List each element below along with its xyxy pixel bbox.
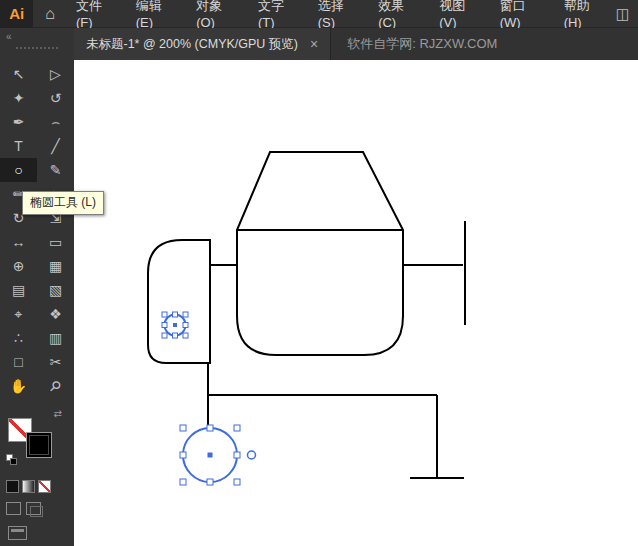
free-transform-tool[interactable]: ▭ [37,230,74,254]
fill-stroke-widget: ⇄ [6,408,68,474]
menu-file[interactable]: 文件(F) [67,0,127,28]
panel-grip-handle[interactable] [16,47,58,49]
type-tool[interactable]: T [0,134,37,158]
menu-view[interactable]: 视图(V) [430,0,490,28]
column-graph-tool[interactable]: ▥ [37,326,74,350]
pen-tool[interactable]: ✒ [0,110,37,134]
tools-panel: « ↖ ▷ ✦ ↺ ✒ ⌢ T ╱ ○ ✎ ✏ ∿ ↻ ⇲ ↔ ▭ ⊕ ▦ ▤ … [0,28,74,546]
large-ellipse-selected[interactable] [180,425,256,485]
magic-wand-tool[interactable]: ✦ [0,86,37,110]
menu-object[interactable]: 对象(O) [187,0,249,28]
artboard-tool[interactable]: □ [0,350,37,374]
screen-mode-button[interactable] [8,526,27,540]
menu-type[interactable]: 文字(T) [249,0,309,28]
illustrator-window: Ai ⌂ 文件(F) 编辑(E) 对象(O) 文字(T) 选择(S) 效果(C)… [0,0,638,546]
line-segment-tool[interactable]: ╱ [37,134,74,158]
color-button[interactable] [6,480,19,493]
app-logo[interactable]: Ai [0,0,33,28]
home-icon[interactable]: ⌂ [45,5,55,23]
document-tab-bar: 未标题-1* @ 200% (CMYK/GPU 预览) × 软件自学网: RJZ… [74,28,638,60]
tab-close-icon[interactable]: × [310,37,318,51]
default-stroke-mini [10,458,17,465]
width-tool[interactable]: ↔ [0,230,37,254]
shape-builder-tool[interactable]: ⊕ [0,254,37,278]
eyedropper-tool[interactable]: ⌖ [0,302,37,326]
mixer-drum [237,152,403,355]
selection-tool[interactable]: ↖ [0,62,37,86]
menu-help[interactable]: 帮助(H) [555,0,616,28]
ellipse-tool-tooltip: 椭圆工具 (L) [22,191,104,215]
mixer-drawing[interactable] [148,152,465,478]
ellipse-tool[interactable]: ○ [0,158,37,182]
document-tab[interactable]: 未标题-1* @ 200% (CMYK/GPU 预览) × [74,28,331,60]
stroke-swatch-black[interactable] [26,432,52,458]
draw-behind-button[interactable] [26,502,41,515]
blend-tool[interactable]: ❖ [37,302,74,326]
menu-bar: Ai ⌂ 文件(F) 编辑(E) 对象(O) 文字(T) 选择(S) 效果(C)… [0,0,638,28]
tool-grid: ↖ ▷ ✦ ↺ ✒ ⌢ T ╱ ○ ✎ ✏ ∿ ↻ ⇲ ↔ ▭ ⊕ ▦ ▤ ▧ … [0,62,74,398]
perspective-grid-tool[interactable]: ▦ [37,254,74,278]
tabbar-watermark-text: 软件自学网: RJZXW.COM [347,35,497,53]
symbol-sprayer-tool[interactable]: ∴ [0,326,37,350]
artwork-svg [74,60,638,546]
small-ellipse-selected[interactable] [162,312,188,338]
gradient-tool[interactable]: ▧ [37,278,74,302]
paintbrush-tool[interactable]: ✎ [37,158,74,182]
artboard-canvas[interactable] [74,60,638,546]
menu-edit[interactable]: 编辑(E) [127,0,187,28]
menu-window[interactable]: 窗口(W) [491,0,555,28]
draw-mode-row [6,502,41,515]
gradient-button[interactable] [22,480,35,493]
swap-fill-stroke-icon[interactable]: ⇄ [54,408,62,419]
hand-tool[interactable]: ✋ [0,374,37,398]
collapse-panel-icon[interactable]: « [6,31,12,42]
menu-effect[interactable]: 效果(C) [369,0,430,28]
draw-normal-button[interactable] [6,502,21,515]
mesh-tool[interactable]: ▤ [0,278,37,302]
engine-housing [148,240,210,363]
none-button[interactable] [38,480,51,493]
curvature-tool[interactable]: ⌢ [37,110,74,134]
direct-selection-tool[interactable]: ▷ [37,62,74,86]
live-shape-radius-widget [248,451,256,459]
default-fill-stroke-icon[interactable] [6,454,18,466]
lasso-tool[interactable]: ↺ [37,86,74,110]
workspace-switcher-icon[interactable]: ◫ [616,5,630,23]
document-tab-title: 未标题-1* @ 200% (CMYK/GPU 预览) [86,36,298,53]
menu-select[interactable]: 选择(S) [309,0,369,28]
paint-mode-row [6,480,51,493]
